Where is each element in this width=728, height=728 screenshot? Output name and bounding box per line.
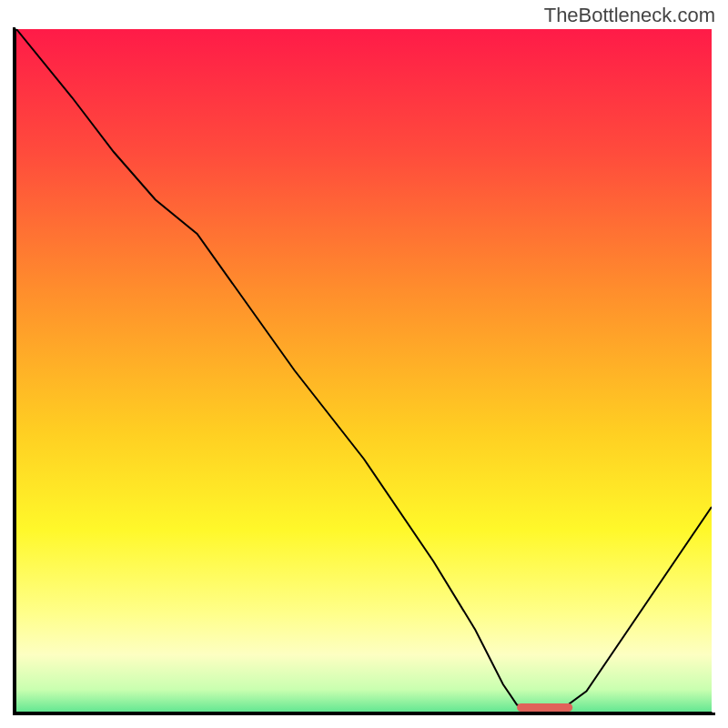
bottleneck-chart	[15, 27, 713, 713]
optimal-marker	[517, 703, 572, 712]
bottleneck-curve-path	[16, 29, 712, 712]
watermark-text: TheBottleneck.com	[544, 4, 715, 27]
curve-layer	[16, 29, 712, 712]
